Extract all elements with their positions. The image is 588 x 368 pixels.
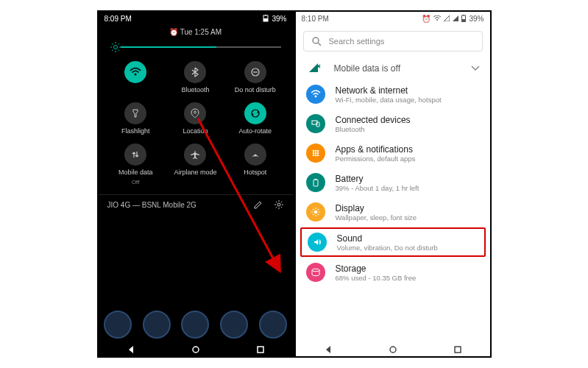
dock-app-4[interactable] — [220, 311, 248, 339]
settings-item-battery[interactable]: Battery39% - About 1 day, 1 hr left — [296, 168, 490, 197]
svg-line-11 — [118, 43, 119, 45]
gear-icon[interactable] — [274, 199, 284, 210]
svg-line-24 — [275, 207, 276, 208]
network-label: JIO 4G — BSNL Mobile 2G — [107, 201, 196, 209]
svg-rect-28 — [258, 347, 263, 353]
hotspot-icon — [250, 149, 261, 160]
settings-item-sound[interactable]: SoundVolume, vibration, Do not disturb — [300, 227, 486, 257]
qs-tile-hotspot[interactable]: Hotspot — [225, 144, 285, 185]
settings-item-title: Network & internet — [336, 85, 442, 96]
settings-item-network-internet[interactable]: Network & internetWi-Fi, mobile, data us… — [296, 79, 490, 109]
edit-icon[interactable] — [253, 199, 263, 210]
nav-recent-icon[interactable] — [453, 345, 462, 354]
location-icon — [191, 108, 199, 118]
status-time: 8:09 PM — [105, 15, 132, 23]
settings-item-apps-notifications[interactable]: Apps & notificationsPermissions, default… — [296, 138, 490, 168]
svg-point-15 — [194, 111, 196, 113]
wifi-icon — [130, 66, 141, 78]
qs-tile-flashlight[interactable]: Flashlight — [106, 102, 166, 135]
settings-item-display[interactable]: DisplayWallpaper, sleep, font size — [296, 197, 490, 227]
search-icon — [311, 36, 322, 46]
qs-tile-bluetooth[interactable]: Bluetooth — [166, 61, 225, 93]
status-bar: 8:10 PM ⏰ 39% — [296, 12, 490, 25]
settings-item-subtitle: Bluetooth — [336, 125, 411, 133]
settings-item-connected-devices[interactable]: Connected devicesBluetooth — [296, 109, 490, 138]
svg-rect-62 — [455, 347, 461, 353]
svg-rect-31 — [462, 19, 466, 22]
svg-line-34 — [318, 43, 321, 46]
settings-item-subtitle: Wi-Fi, mobile, data usage, hotspot — [336, 96, 442, 104]
svg-point-45 — [316, 152, 319, 155]
wifi-icon — [306, 85, 325, 104]
flashlight-icon — [131, 108, 140, 118]
settings-item-storage[interactable]: Storage68% used - 10.35 GB free — [296, 258, 490, 287]
sound-icon — [308, 233, 327, 252]
svg-point-3 — [113, 46, 117, 49]
dock-app-2[interactable] — [143, 311, 171, 339]
qs-tile-location[interactable]: Location — [166, 102, 225, 135]
mobiledata-icon — [130, 149, 141, 160]
battery-icon — [263, 15, 269, 22]
bluetooth-icon — [190, 67, 200, 77]
svg-line-10 — [112, 50, 113, 52]
svg-point-42 — [316, 150, 319, 152]
status-time: 8:10 PM — [302, 15, 329, 23]
settings-item-title: Battery — [336, 174, 419, 184]
nav-home-icon[interactable] — [191, 345, 200, 354]
settings-screen: 8:10 PM ⏰ 39% Search settings Mobile dat… — [294, 10, 492, 358]
nav-back-icon[interactable] — [127, 345, 135, 354]
svg-point-33 — [313, 38, 319, 43]
status-battery: 39% — [469, 15, 483, 23]
svg-point-46 — [312, 155, 314, 157]
nav-bar — [296, 343, 490, 356]
nav-home-icon[interactable] — [389, 345, 397, 354]
qs-date-time: ⏰ Tue 1:25 AM — [99, 25, 293, 39]
display-icon — [306, 202, 325, 222]
qs-tile-autorotate[interactable]: Auto-rotate — [225, 102, 285, 135]
svg-rect-2 — [265, 15, 266, 15]
qs-tile-mobiledata[interactable]: Mobile data Off — [106, 144, 166, 185]
svg-point-37 — [314, 96, 316, 98]
dock-app-drawer[interactable] — [181, 311, 209, 339]
svg-point-12 — [135, 74, 137, 76]
brightness-slider[interactable] — [99, 39, 293, 55]
nav-recent-icon[interactable] — [256, 345, 265, 354]
devices-icon — [306, 114, 325, 133]
svg-rect-32 — [463, 15, 464, 15]
search-settings[interactable]: Search settings — [303, 31, 483, 52]
settings-item-subtitle: Volume, vibration, Do not disturb — [337, 244, 438, 252]
svg-point-47 — [314, 155, 316, 157]
settings-item-title: Display — [336, 203, 417, 213]
alarm-icon: ⏰ — [422, 15, 431, 23]
svg-line-8 — [112, 43, 113, 45]
svg-point-43 — [312, 152, 314, 155]
svg-point-40 — [312, 150, 314, 152]
svg-point-44 — [314, 152, 316, 155]
svg-line-57 — [317, 214, 318, 215]
battery-icon — [461, 15, 466, 22]
svg-line-23 — [280, 207, 281, 208]
svg-line-25 — [280, 202, 281, 202]
svg-rect-50 — [314, 179, 316, 180]
svg-point-27 — [193, 347, 199, 353]
dock-app-5[interactable] — [259, 311, 287, 339]
apps-icon — [306, 144, 325, 163]
qs-tile-airplane[interactable]: Airplane mode — [166, 144, 225, 185]
dnd-icon — [250, 67, 261, 77]
svg-point-41 — [314, 150, 316, 152]
svg-rect-1 — [263, 18, 268, 21]
svg-point-17 — [277, 203, 280, 206]
settings-item-subtitle: Wallpaper, sleep, font size — [336, 213, 417, 222]
airplane-icon — [190, 149, 200, 160]
nav-back-icon[interactable] — [324, 345, 333, 354]
mobile-data-banner[interactable]: Mobile data is off — [296, 57, 490, 79]
qs-tile-dnd[interactable]: Do not disturb — [225, 61, 285, 93]
qs-tile-wifi[interactable] — [106, 61, 166, 93]
dock-app-1[interactable] — [104, 311, 132, 339]
settings-item-subtitle: Permissions, default apps — [336, 155, 416, 163]
settings-item-title: Apps & notifications — [336, 144, 416, 155]
signal-off-icon — [309, 63, 321, 74]
settings-item-subtitle: 68% used - 10.35 GB free — [336, 274, 417, 282]
brightness-icon — [110, 42, 121, 52]
battery-icon — [306, 173, 325, 192]
